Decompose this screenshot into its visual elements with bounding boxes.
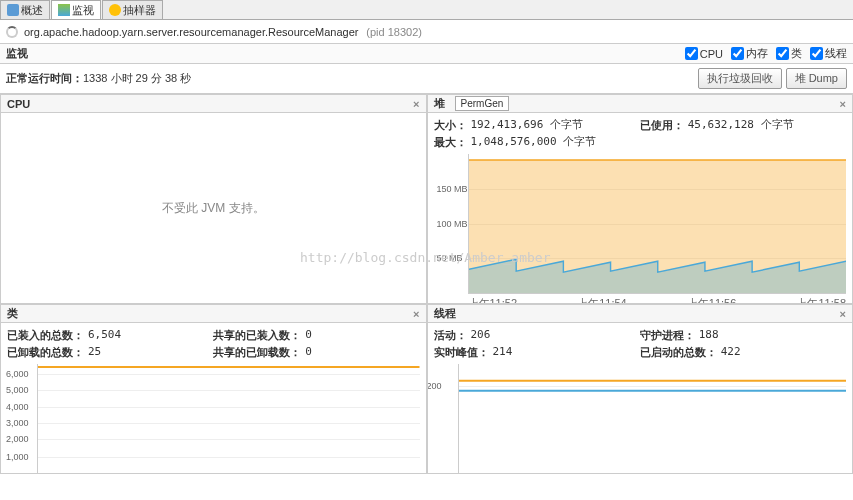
metric-checks: CPU 内存 类 线程	[685, 46, 847, 61]
panel-classes: 类× 已装入的总数：6,504 共享的已装入数：0 已卸载的总数：25 共享的已…	[0, 304, 427, 474]
tab-overview[interactable]: 概述	[0, 0, 50, 19]
heap-dump-button[interactable]: 堆 Dump	[786, 68, 847, 89]
cpu-unsupported-msg: 不受此 JVM 支持。	[162, 200, 265, 217]
info-icon	[7, 4, 19, 16]
heap-subtab[interactable]: PermGen	[455, 96, 510, 111]
main-tabs: 概述 监视 抽样器	[0, 0, 853, 20]
tab-monitor[interactable]: 监视	[51, 0, 101, 19]
heap-chart: 150 MB 100 MB 50 MB	[468, 154, 847, 294]
panel-heap-title: 堆	[428, 94, 451, 113]
close-icon[interactable]: ×	[407, 308, 425, 320]
panel-threads: 线程× 活动：206 守护进程：188 实时峰值：214 已启动的总数：422 …	[427, 304, 854, 474]
panel-cpu-title: CPU	[1, 96, 36, 112]
gc-button[interactable]: 执行垃圾回收	[698, 68, 782, 89]
section-label: 监视	[6, 46, 28, 61]
panel-heap: 堆PermGen× 大小：192,413,696 个字节 已使用：45,632,…	[427, 94, 854, 304]
close-icon[interactable]: ×	[407, 98, 425, 110]
uptime: 正常运行时间：1338 小时 29 分 38 秒	[6, 71, 191, 86]
panel-cpu: CPU× 不受此 JVM 支持。	[0, 94, 427, 304]
spinner-icon	[6, 26, 18, 38]
monitor-icon	[58, 4, 70, 16]
threads-chart: 200	[458, 364, 847, 473]
check-cpu[interactable]: CPU	[685, 47, 723, 60]
close-icon[interactable]: ×	[834, 308, 852, 320]
check-classes[interactable]: 类	[776, 46, 802, 61]
process-title: org.apache.hadoop.yarn.server.resourcema…	[24, 24, 422, 39]
panel-threads-title: 线程	[428, 304, 462, 323]
check-memory[interactable]: 内存	[731, 46, 768, 61]
tab-sampler[interactable]: 抽样器	[102, 0, 163, 19]
sampler-icon	[109, 4, 121, 16]
panel-classes-title: 类	[1, 304, 24, 323]
title-row: org.apache.hadoop.yarn.server.resourcema…	[0, 20, 853, 44]
close-icon[interactable]: ×	[834, 98, 852, 110]
classes-chart: 6,000 5,000 4,000 3,000 2,000 1,000	[37, 364, 420, 473]
check-threads[interactable]: 线程	[810, 46, 847, 61]
